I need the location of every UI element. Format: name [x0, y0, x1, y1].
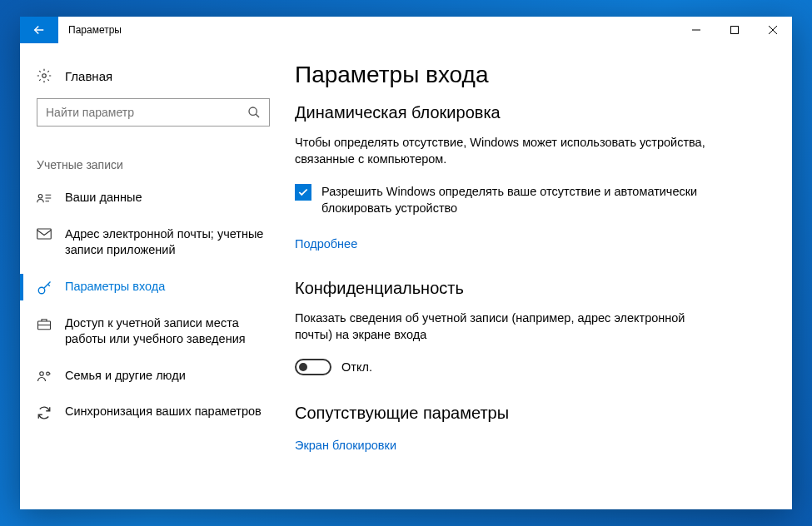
- sidebar-item-work-access[interactable]: Доступ к учетной записи места работы или…: [20, 305, 286, 358]
- check-icon: [297, 186, 309, 198]
- svg-point-3: [38, 195, 42, 199]
- arrow-left-icon: [32, 22, 47, 37]
- sidebar-item-sync[interactable]: Синхронизация ваших параметров: [20, 394, 286, 430]
- privacy-desc: Показать сведения об учетной записи (нап…: [295, 310, 711, 344]
- privacy-toggle[interactable]: [295, 359, 331, 375]
- briefcase-icon: [37, 315, 52, 330]
- privacy-toggle-label: Откл.: [341, 360, 372, 374]
- sidebar-home[interactable]: Главная: [20, 60, 286, 92]
- sync-icon: [37, 404, 52, 420]
- mail-icon: [37, 226, 52, 240]
- privacy-toggle-row: Откл.: [295, 359, 759, 375]
- dynamic-lock-desc: Чтобы определять отсутствие, Windows мож…: [295, 134, 711, 168]
- checkbox-label: Разрешить Windows определять ваше отсутс…: [321, 183, 711, 217]
- svg-point-1: [42, 74, 47, 78]
- close-button[interactable]: [754, 17, 792, 43]
- sidebar-item-signin-options[interactable]: Параметры входа: [20, 269, 286, 305]
- search-container: [20, 92, 286, 127]
- dynamic-lock-title: Динамическая блокировка: [295, 103, 759, 122]
- minimize-button[interactable]: [677, 17, 715, 43]
- back-button[interactable]: [20, 17, 58, 43]
- related-title: Сопутствующие параметры: [295, 404, 759, 423]
- window-controls: [677, 17, 792, 43]
- svg-rect-4: [37, 229, 52, 239]
- settings-window: Параметры Главная: [20, 17, 792, 509]
- content-area: Параметры входа Динамическая блокировка …: [286, 43, 792, 509]
- privacy-title: Конфиденциальность: [295, 279, 759, 298]
- sidebar-item-label: Синхронизация ваших параметров: [65, 404, 262, 420]
- sidebar-item-family[interactable]: Семья и другие люди: [20, 358, 286, 394]
- svg-point-8: [47, 372, 50, 375]
- svg-point-7: [40, 372, 44, 376]
- maximize-icon: [730, 26, 739, 34]
- search-input[interactable]: [46, 106, 247, 119]
- sidebar-item-your-info[interactable]: Ваши данные: [20, 180, 286, 216]
- window-title: Параметры: [58, 17, 677, 43]
- sidebar-item-label: Параметры входа: [65, 279, 165, 295]
- key-icon: [37, 279, 52, 295]
- svg-point-5: [38, 287, 45, 294]
- svg-rect-0: [731, 27, 739, 34]
- sidebar-item-label: Доступ к учетной записи места работы или…: [65, 315, 270, 348]
- sidebar-item-label: Ваши данные: [65, 190, 142, 206]
- titlebar: Параметры: [20, 17, 792, 43]
- gear-icon: [37, 68, 52, 83]
- window-body: Главная Учетные записи Ваши данные: [20, 43, 792, 509]
- search-box[interactable]: [37, 98, 270, 127]
- search-icon: [247, 106, 261, 119]
- sidebar-item-label: Адрес электронной почты; учетные записи …: [65, 226, 270, 259]
- dynamic-lock-checkbox-row[interactable]: Разрешить Windows определять ваше отсутс…: [295, 183, 711, 217]
- close-icon: [769, 26, 777, 34]
- svg-point-2: [249, 107, 257, 115]
- lock-screen-link[interactable]: Экран блокировки: [295, 439, 396, 452]
- checkbox-checked[interactable]: [295, 184, 311, 201]
- page-title: Параметры входа: [295, 62, 759, 88]
- sidebar: Главная Учетные записи Ваши данные: [20, 43, 286, 509]
- minimize-icon: [692, 26, 700, 34]
- learn-more-link[interactable]: Подробнее: [295, 237, 357, 251]
- sidebar-item-email[interactable]: Адрес электронной почты; учетные записи …: [20, 216, 286, 269]
- sidebar-item-label: Семья и другие люди: [65, 368, 186, 385]
- maximize-button[interactable]: [715, 17, 754, 43]
- sidebar-section-label: Учетные записи: [20, 127, 286, 180]
- sidebar-home-label: Главная: [65, 69, 112, 83]
- person-card-icon: [37, 190, 52, 205]
- people-icon: [37, 368, 52, 383]
